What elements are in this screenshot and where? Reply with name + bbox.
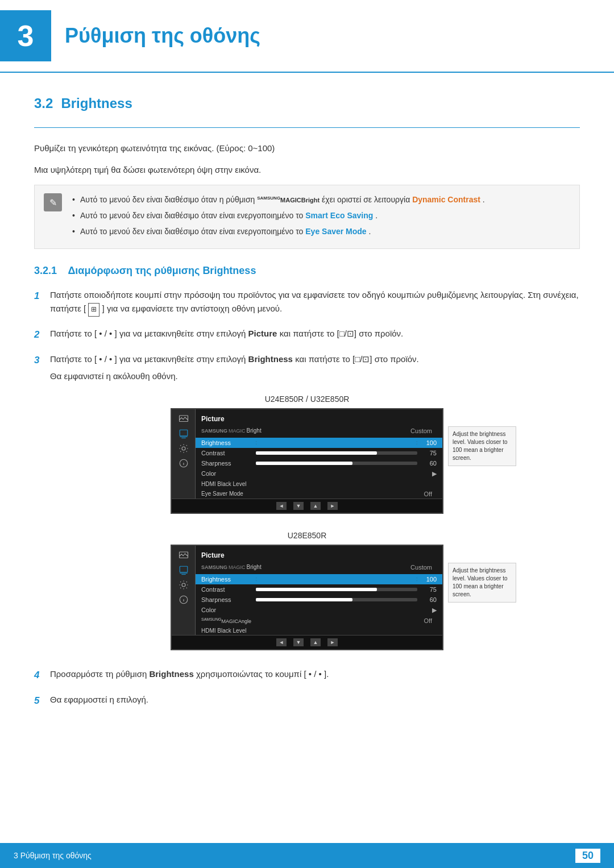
footer-page-number: 50: [575, 849, 600, 863]
step-2: 2 Πατήστε το [ • / • ] για να μετακινηθε…: [34, 327, 580, 342]
step-1: 1 Πατήστε οποιοδήποτε κουμπί στην πρόσοψ…: [34, 288, 580, 316]
sidebar-icon-picture: [176, 413, 192, 425]
section-heading: 3.2 Brightness: [34, 95, 580, 111]
monitor2-row-sharpness: Sharpness 60: [196, 595, 442, 605]
steps-after-list: 4 Προσαρμόστε τη ρύθμιση Brightness χρησ…: [34, 667, 580, 708]
monitor2-sidebar: [172, 546, 196, 649]
sidebar2-icon-info: [176, 593, 192, 606]
monitor2-row-color: Color ▶: [196, 605, 442, 616]
diagram1-container: Picture SAMSUNG MAGIC Bright Custom Brig…: [34, 408, 580, 514]
monitor2-tooltip: Adjust the brightness level. Values clos…: [448, 563, 516, 603]
brand-label: SAMSUNGMAGICBright: [257, 197, 320, 203]
monitor2-wrapper: Picture SAMSUNG MAGIC Bright Custom Brig…: [171, 545, 443, 650]
section-divider: [34, 127, 580, 128]
note-icon: [44, 193, 62, 211]
note-item-2: Αυτό το μενού δεν είναι διαθέσιμο όταν ε…: [70, 209, 485, 223]
svg-rect-1: [180, 430, 188, 436]
sidebar-icon-settings: [176, 442, 192, 455]
footer-chapter-text: 3 Ρύθμιση της οθόνης: [14, 851, 92, 860]
body-text-2: Μια υψηλότερη τιμή θα δώσει φωτεινότερη …: [34, 163, 580, 177]
dynamic-contrast-label: Dynamic Contrast: [412, 195, 480, 204]
section-title: Brightness: [61, 95, 132, 111]
monitor1-menu: Picture SAMSUNG MAGIC Bright Custom Brig…: [196, 409, 442, 513]
monitor1-bottom-nav: ◄ ▼ ▲ ►: [172, 499, 442, 513]
page-footer: 3 Ρύθμιση της οθόνης 50: [0, 843, 614, 868]
monitor2-brand: SAMSUNG MAGIC Bright Custom: [196, 563, 442, 574]
monitor1-row-contrast: Contrast 75: [196, 448, 442, 458]
note-box: Αυτό το μενού δεν είναι διαθέσιμο όταν η…: [34, 185, 580, 249]
monitor2-menu: Picture SAMSUNG MAGIC Bright Custom Brig…: [196, 546, 442, 649]
chapter-number: 3: [0, 10, 51, 61]
monitor1-brand: SAMSUNG MAGIC Bright Custom: [196, 426, 442, 438]
monitor1-row-eyesaver: Eye Saver Mode Off: [196, 489, 442, 499]
sidebar-icon-info: [176, 457, 192, 470]
monitor1-row-hdmi: HDMI Black Level: [196, 479, 442, 489]
note-item-1: Αυτό το μενού δεν είναι διαθέσιμο όταν η…: [70, 193, 485, 207]
svg-point-4: [182, 447, 185, 450]
step-4: 4 Προσαρμόστε τη ρύθμιση Brightness χρησ…: [34, 667, 580, 683]
diagram2-container: Picture SAMSUNG MAGIC Bright Custom Brig…: [34, 545, 580, 650]
monitor2-row-brightness: Brightness 100: [196, 574, 442, 584]
monitor2-screen: Picture SAMSUNG MAGIC Bright Custom Brig…: [171, 545, 443, 650]
step-3: 3 Πατήστε το [ • / • ] για να μετακινηθε…: [34, 352, 580, 383]
chapter-title: Ρύθμιση της οθόνης: [65, 24, 260, 48]
subsection-heading: 3.2.1 Διαμόρφωση της ρύθμισης Brightness: [34, 265, 580, 277]
monitor1-sidebar: [172, 409, 196, 513]
body-text-1: Ρυθμίζει τη γενικότερη φωτεινότητα της ε…: [34, 142, 580, 155]
monitor2-row-magic-angle: SAMSUNGMAGICAngle Off: [196, 616, 442, 626]
monitor1-row-color: Color ▶: [196, 468, 442, 479]
svg-point-12: [182, 583, 185, 587]
smart-eco-label: Smart Eco Saving: [305, 211, 373, 220]
note-content: Αυτό το μενού δεν είναι διαθέσιμο όταν η…: [70, 193, 485, 240]
sidebar2-icon-settings: [176, 579, 192, 591]
eye-saver-label: Eye Saver Mode: [305, 227, 366, 236]
section-number: 3.2: [34, 95, 53, 111]
note-item-3: Αυτό το μενού δεν είναι διαθέσιμο όταν ε…: [70, 225, 485, 239]
chapter-header: 3 Ρύθμιση της οθόνης: [0, 0, 614, 73]
monitor2-menu-title: Picture: [196, 549, 442, 562]
monitor2-bottom-nav: ◄ ▼ ▲ ►: [172, 635, 442, 649]
monitor1-wrapper: Picture SAMSUNG MAGIC Bright Custom Brig…: [171, 408, 443, 514]
monitor1-screen: Picture SAMSUNG MAGIC Bright Custom Brig…: [171, 408, 443, 514]
monitor1-tooltip: Adjust the brightness level. Values clos…: [448, 426, 516, 466]
monitor1-menu-title: Picture: [196, 413, 442, 425]
monitor2-row-hdmi: HDMI Black Level: [196, 626, 442, 636]
monitor2-row-contrast: Contrast 75: [196, 584, 442, 595]
steps-list: 1 Πατήστε οποιοδήποτε κουμπί στην πρόσοψ…: [34, 288, 580, 383]
sidebar2-icon-picture: [176, 549, 192, 562]
diagram1-label: U24E850R / U32E850R: [34, 394, 580, 404]
monitor1-row-sharpness: Sharpness 60: [196, 458, 442, 468]
step-5: 5 Θα εφαρμοστεί η επιλογή.: [34, 693, 580, 708]
main-content: 3.2 Brightness Ρυθμίζει τη γενικότερη φω…: [0, 73, 614, 765]
svg-rect-9: [180, 566, 188, 572]
sidebar2-icon-brightness: [176, 564, 192, 576]
monitor1-row-brightness: Brightness 100: [196, 438, 442, 448]
sidebar-icon-brightness: [176, 427, 192, 440]
diagram2-label: U28E850R: [34, 531, 580, 540]
